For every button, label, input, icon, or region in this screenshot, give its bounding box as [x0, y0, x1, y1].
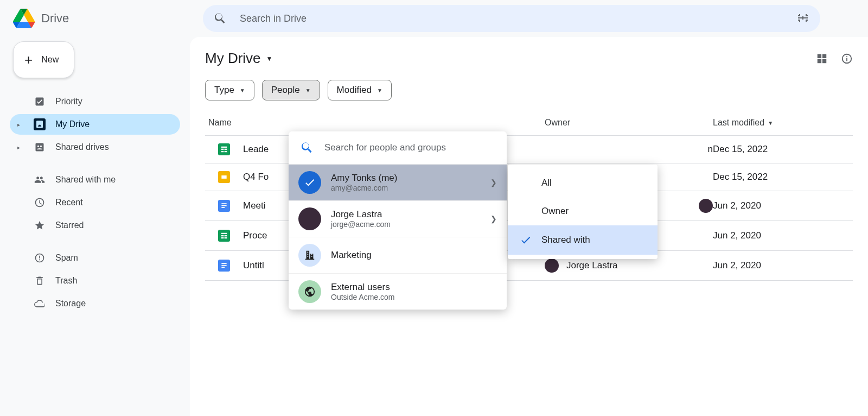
column-header-name[interactable]: Name	[208, 118, 545, 128]
modified-date: Dec 15, 2022	[713, 172, 850, 182]
sidebar: + New Priority ▸ My Drive ▸ Shared drive…	[0, 37, 190, 416]
main-header: My Drive ▼	[205, 50, 853, 67]
group-subtitle: Outside Acme.com	[331, 293, 395, 301]
people-option-marketing[interactable]: Marketing	[289, 237, 507, 273]
svg-rect-0	[221, 175, 226, 179]
people-search-input[interactable]	[324, 142, 495, 153]
sidebar-item-label: Starred	[55, 220, 84, 230]
building-icon	[298, 244, 321, 267]
sidebar-item-trash[interactable]: Trash	[10, 270, 180, 291]
star-icon	[34, 219, 46, 231]
owner-name: Jorge Lastra	[566, 260, 618, 271]
chevron-down-icon: ▼	[768, 120, 773, 126]
cloud-icon	[34, 298, 46, 310]
file-name: Proce	[243, 230, 267, 241]
submenu-option-all[interactable]: All	[508, 169, 658, 197]
people-submenu: All Owner Shared with	[508, 165, 658, 259]
filter-chip-people[interactable]: People ▼	[262, 80, 320, 100]
clock-icon	[34, 197, 46, 209]
sidebar-item-storage[interactable]: Storage	[10, 293, 180, 314]
file-name: Meeti	[243, 200, 266, 211]
logo-area: Drive	[13, 9, 203, 28]
modified-date: Jun 2, 2020	[713, 230, 850, 241]
submenu-option-shared-with[interactable]: Shared with	[508, 225, 658, 255]
file-name: Leade	[243, 144, 269, 155]
search-input[interactable]	[240, 13, 794, 24]
new-button[interactable]: + New	[13, 41, 74, 78]
drive-logo-icon	[13, 9, 35, 28]
submenu-option-owner[interactable]: Owner	[508, 197, 658, 225]
sidebar-item-shared-drives[interactable]: ▸ Shared drives	[10, 137, 180, 157]
file-name: Q4 Fo	[243, 172, 269, 182]
group-name: External users	[331, 282, 395, 293]
sidebar-item-label: Recent	[55, 198, 83, 207]
modified-date: Dec 15, 2022	[713, 144, 850, 155]
avatar	[699, 199, 713, 213]
sidebar-item-shared-with-me[interactable]: Shared with me	[10, 169, 180, 190]
sidebar-item-label: Trash	[55, 276, 77, 286]
trash-icon	[34, 275, 46, 287]
column-header-owner[interactable]: Owner	[545, 118, 713, 128]
sidebar-item-starred[interactable]: Starred	[10, 215, 180, 236]
plus-icon: +	[24, 53, 33, 67]
sidebar-item-label: Storage	[55, 299, 86, 308]
slides-icon	[218, 171, 230, 183]
avatar	[298, 207, 321, 230]
docs-icon	[218, 200, 230, 212]
sidebar-item-label: Priority	[55, 97, 82, 106]
chevron-down-icon: ▼	[377, 87, 382, 93]
sidebar-item-priority[interactable]: Priority	[10, 91, 180, 112]
modified-date: Jun 2, 2020	[713, 200, 850, 211]
sidebar-item-spam[interactable]: Spam	[10, 248, 180, 268]
sidebar-item-label: Shared with me	[55, 175, 116, 185]
person-email: amy@acme.com	[331, 184, 398, 192]
avatar	[545, 259, 559, 273]
group-name: Marketing	[331, 250, 372, 261]
chevron-right-icon: ❯	[490, 178, 497, 187]
search-icon	[301, 141, 314, 154]
chevron-down-icon: ▼	[305, 87, 311, 93]
search-bar[interactable]	[203, 5, 820, 32]
app-name: Drive	[41, 11, 69, 26]
sidebar-item-recent[interactable]: Recent	[10, 192, 180, 213]
priority-icon	[34, 96, 46, 108]
sidebar-item-label: My Drive	[55, 119, 90, 129]
info-icon[interactable]	[841, 53, 853, 65]
shared-drives-icon	[34, 141, 46, 153]
chevron-right-icon: ❯	[490, 215, 497, 223]
owner-name-tail: n	[708, 144, 713, 155]
modified-date: Jun 2, 2020	[713, 260, 850, 271]
filter-chips: Type ▼ People ▼ Modified ▼	[205, 80, 853, 100]
advanced-search-icon[interactable]	[794, 10, 812, 27]
people-option-jorge[interactable]: Jorge Lastra jorge@acme.com ❯	[289, 200, 507, 237]
people-search-row[interactable]	[289, 131, 507, 164]
person-name: Jorge Lastra	[331, 209, 391, 220]
people-option-amy[interactable]: Amy Tonks (me) amy@acme.com ❯	[289, 164, 507, 200]
grid-view-icon[interactable]	[816, 53, 828, 65]
people-filter-dropdown: Amy Tonks (me) amy@acme.com ❯ Jorge Last…	[289, 131, 507, 310]
sidebar-item-label: Spam	[55, 253, 78, 263]
person-name: Amy Tonks (me)	[331, 173, 398, 184]
sheets-icon	[218, 230, 230, 242]
drive-icon	[34, 118, 46, 130]
filter-chip-type[interactable]: Type ▼	[205, 80, 254, 100]
people-option-external[interactable]: External users Outside Acme.com	[289, 273, 507, 310]
expand-caret-icon[interactable]: ▸	[17, 144, 24, 150]
docs-icon	[218, 260, 230, 272]
filter-chip-modified[interactable]: Modified ▼	[328, 80, 392, 100]
check-icon	[298, 171, 321, 194]
chevron-down-icon: ▼	[266, 55, 273, 62]
sidebar-item-my-drive[interactable]: ▸ My Drive	[10, 114, 180, 135]
file-name: Untitl	[243, 260, 264, 271]
header: Drive	[0, 0, 868, 37]
search-icon[interactable]	[212, 10, 229, 27]
check-icon	[519, 234, 533, 246]
sheets-icon	[218, 143, 230, 155]
globe-icon	[298, 280, 321, 303]
breadcrumb-title: My Drive	[205, 50, 261, 67]
spam-icon	[34, 252, 46, 264]
expand-caret-icon[interactable]: ▸	[17, 122, 24, 128]
breadcrumb[interactable]: My Drive ▼	[205, 50, 272, 67]
person-email: jorge@acme.com	[331, 220, 391, 229]
column-header-modified[interactable]: Last modified ▼	[713, 118, 850, 128]
